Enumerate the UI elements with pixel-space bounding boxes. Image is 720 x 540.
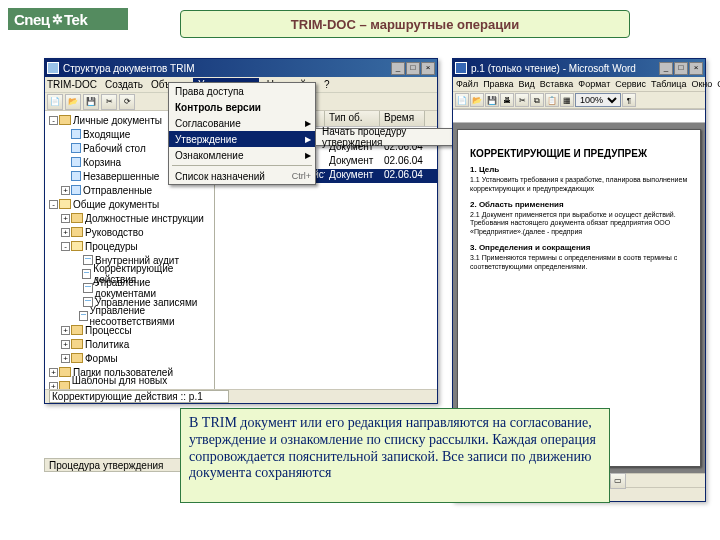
rect-icon[interactable]: ▭ [610, 473, 626, 489]
minimize-button[interactable]: _ [391, 62, 405, 75]
word-menu-tools[interactable]: Сервис [615, 79, 646, 89]
tool-open-icon[interactable]: 📂 [65, 94, 81, 110]
expand-icon[interactable]: + [61, 326, 70, 335]
tree-item[interactable]: +Руководство [45, 225, 214, 239]
word-ruler[interactable] [453, 109, 705, 123]
menu-item[interactable]: Список назначенийCtrl+ [169, 168, 315, 184]
tree-item[interactable]: +Должностные инструкции [45, 211, 214, 225]
word-close-button[interactable]: × [689, 62, 703, 75]
word-open-icon[interactable]: 📂 [470, 93, 484, 107]
word-table-icon[interactable]: ▦ [560, 93, 574, 107]
menu-label: Контроль версии [175, 102, 261, 113]
menu-item[interactable]: Контроль версии [169, 99, 315, 115]
collapse-icon[interactable]: - [49, 200, 58, 209]
doc-sec2-text: 2.1 Документ применяется при выработке и… [470, 211, 692, 237]
expand-icon[interactable]: + [61, 228, 70, 237]
tool-refresh-icon[interactable]: ⟳ [119, 94, 135, 110]
tree-spacer [73, 256, 82, 265]
tree-label: Шаблоны для новых документов [72, 375, 214, 389]
word-zoom[interactable]: 100% [575, 93, 621, 107]
word-menu-window[interactable]: Окно [691, 79, 712, 89]
expand-icon[interactable]: + [61, 214, 70, 223]
word-print-icon[interactable]: 🖶 [500, 93, 514, 107]
tree-label: Отправленные [83, 185, 152, 196]
menu-label: Согласование [175, 118, 241, 129]
tree-label: Процедуры [85, 241, 138, 252]
word-menu-insert[interactable]: Вставка [540, 79, 573, 89]
expand-icon[interactable]: + [61, 340, 70, 349]
tree-spacer [61, 158, 70, 167]
tool-cut-icon[interactable]: ✂ [101, 94, 117, 110]
collapse-icon[interactable]: - [49, 116, 58, 125]
word-titlebar[interactable]: р.1 (только чтение) - Microsoft Word _ □… [453, 59, 705, 77]
tree-label: Должностные инструкции [85, 213, 204, 224]
close-button[interactable]: × [421, 62, 435, 75]
explanation-text: В TRIM документ или его редакция направл… [189, 415, 596, 480]
document-icon [83, 283, 93, 293]
tree-label: Общие документы [73, 199, 159, 210]
word-paragraph-icon[interactable]: ¶ [622, 93, 636, 107]
word-save-icon[interactable]: 💾 [485, 93, 499, 107]
tree-item[interactable]: -Общие документы [45, 197, 214, 211]
doc-sec3-text: 3.1 Применяются термины с определениями … [470, 254, 692, 272]
tree-item[interactable]: +Шаблоны для новых документов [45, 379, 214, 389]
logo-part-a: Сnец [14, 11, 50, 28]
word-title-text: р.1 (только чтение) - Microsoft Word [471, 63, 636, 74]
word-menubar[interactable]: Файл Правка Вид Вставка Формат Сервис Та… [453, 77, 705, 92]
expand-icon[interactable]: + [61, 186, 70, 195]
folder-icon [59, 381, 70, 389]
tree-item[interactable]: +Политика [45, 337, 214, 351]
word-menu-format[interactable]: Формат [578, 79, 610, 89]
tree-item[interactable]: Управление несоответствиями [45, 309, 214, 323]
document-icon [79, 311, 88, 321]
collapse-icon[interactable]: - [61, 242, 70, 251]
word-menu-edit[interactable]: Правка [483, 79, 513, 89]
word-menu-file[interactable]: Файл [456, 79, 478, 89]
folder-icon [71, 339, 83, 349]
manage-dropdown[interactable]: Права доступаКонтроль версииСогласование… [168, 82, 316, 185]
tree-spacer [73, 298, 82, 307]
filter-input[interactable] [49, 390, 229, 403]
menu-create[interactable]: Создать [105, 79, 143, 90]
menu-item[interactable]: Согласование▶ [169, 115, 315, 131]
menu-shortcut: Ctrl+ [292, 171, 311, 181]
folder-icon [71, 227, 83, 237]
word-new-icon[interactable]: 📄 [455, 93, 469, 107]
doc-sec2-title: 2. Область применения [470, 200, 692, 209]
menu-item[interactable]: Права доступа [169, 83, 315, 99]
mailbox-icon [71, 185, 81, 195]
menu-help[interactable]: ? [324, 79, 330, 90]
word-max-button[interactable]: □ [674, 62, 688, 75]
expand-icon[interactable]: + [49, 368, 58, 377]
explanation-box: В TRIM документ или его редакция направл… [180, 408, 610, 503]
tree-item[interactable]: +Формы [45, 351, 214, 365]
menu-item[interactable]: Утверждение▶ [169, 131, 315, 147]
word-menu-table[interactable]: Таблица [651, 79, 686, 89]
tool-save-icon[interactable]: 💾 [83, 94, 99, 110]
word-menu-view[interactable]: Вид [519, 79, 535, 89]
menu-label: Утверждение [175, 134, 237, 145]
menu-trimdoc[interactable]: TRIM-DOC [47, 79, 97, 90]
expand-icon[interactable]: + [61, 354, 70, 363]
word-cut-icon[interactable]: ✂ [515, 93, 529, 107]
word-toolbar: 📄 📂 💾 🖶 ✂ ⧉ 📋 ▦ 100% ¶ [453, 92, 705, 109]
tree-item[interactable]: -Процедуры [45, 239, 214, 253]
word-copy-icon[interactable]: ⧉ [530, 93, 544, 107]
tool-new-icon[interactable]: 📄 [47, 94, 63, 110]
logo-part-b: Tek [64, 11, 87, 28]
slide-title: TRIM-DOC – маршрутные операции [180, 10, 630, 38]
tree-item[interactable]: Управление документами [45, 281, 214, 295]
tree-label: Входящие [83, 129, 130, 140]
col-type[interactable]: Тип об. [325, 111, 380, 126]
word-paste-icon[interactable]: 📋 [545, 93, 559, 107]
folder-icon [71, 325, 83, 335]
mailbox-icon [71, 143, 81, 153]
trim-titlebar[interactable]: Структура документов TRIM _ □ × [45, 59, 437, 77]
menu-item[interactable]: Ознакомление▶ [169, 147, 315, 163]
app-icon [47, 62, 59, 74]
expand-icon[interactable]: + [49, 382, 58, 390]
col-date[interactable]: Время [380, 111, 425, 126]
maximize-button[interactable]: □ [406, 62, 420, 75]
word-min-button[interactable]: _ [659, 62, 673, 75]
tree-item[interactable]: +Отправленные [45, 183, 214, 197]
